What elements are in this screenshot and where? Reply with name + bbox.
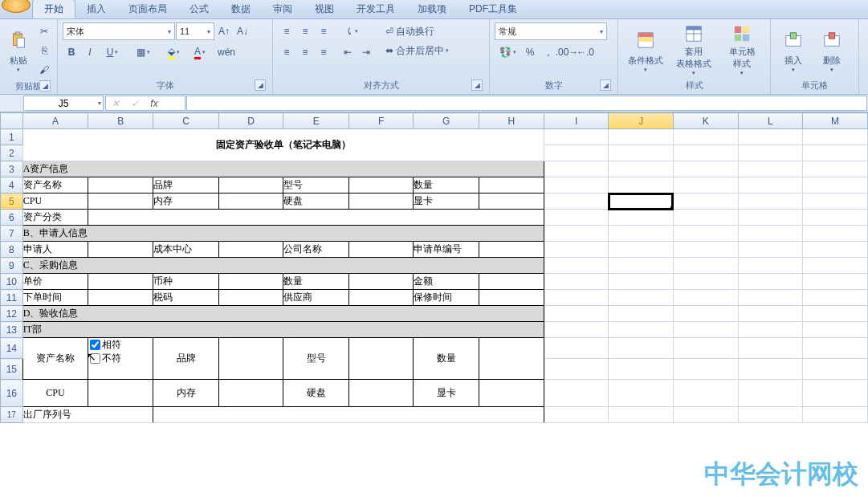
checkbox-match-input[interactable] [90, 340, 100, 350]
cancel-formula-button[interactable]: ✕ [106, 98, 125, 109]
col-header-H[interactable]: H [479, 113, 544, 129]
font-launcher[interactable]: ◢ [255, 79, 266, 91]
grid[interactable]: A B C D E F G H I J K L M 1 固定资产验收单（笔记本电… [0, 112, 868, 423]
cell-F14[interactable] [348, 338, 414, 380]
align-launcher[interactable]: ◢ [471, 79, 483, 91]
cell-A4[interactable]: 资产名称 [22, 177, 88, 194]
col-header-I[interactable]: I [544, 113, 609, 129]
row-header-12[interactable]: 12 [1, 306, 23, 322]
cell-G11[interactable]: 保修时间 [414, 290, 479, 306]
row-header-16[interactable]: 16 [1, 380, 23, 407]
clipboard-launcher[interactable]: ◢ [39, 80, 51, 92]
italic-button[interactable]: I [81, 43, 99, 61]
cell-E14[interactable]: 型号 [283, 338, 348, 380]
cell-F10[interactable] [348, 274, 414, 290]
cell-H4[interactable] [479, 177, 544, 194]
row-header-11[interactable]: 11 [1, 290, 23, 306]
border-button[interactable]: ▦▾ [130, 43, 156, 61]
phonetic-button[interactable]: wén [218, 43, 235, 61]
col-header-G[interactable]: G [414, 113, 479, 129]
paste-button[interactable]: 粘贴 ▾ [5, 22, 32, 77]
row-header-15[interactable]: 15 [1, 359, 23, 380]
cell-D5[interactable] [218, 194, 283, 210]
row-header-13[interactable]: 13 [1, 322, 23, 338]
cell-G16[interactable]: 显卡 [414, 380, 479, 407]
row-header-9[interactable]: 9 [1, 258, 23, 274]
align-top-button[interactable]: ≡ [278, 22, 295, 40]
name-box[interactable]: J5▾ [23, 96, 104, 111]
col-header-M[interactable]: M [803, 113, 868, 129]
row-header-2[interactable]: 2 [1, 145, 23, 161]
cell-D16[interactable] [218, 380, 283, 407]
cell-A10[interactable]: 单价 [22, 274, 88, 290]
font-name-combo[interactable]: 宋体▾ [63, 22, 175, 40]
col-header-L[interactable]: L [738, 113, 803, 129]
decrease-decimal-button[interactable]: ←.0 [577, 43, 594, 61]
cell-C11[interactable]: 税码 [153, 290, 218, 306]
cell-A14[interactable]: 资产名称 [22, 338, 88, 380]
cell-C5[interactable]: 内存 [153, 194, 218, 210]
row-header-1[interactable]: 1 [1, 129, 23, 145]
cell-I5[interactable] [544, 194, 609, 210]
insert-cells-button[interactable]: 插入▾ [776, 22, 811, 77]
tab-addins[interactable]: 加载项 [406, 0, 458, 18]
row-header-3[interactable]: 3 [1, 161, 23, 177]
tab-start[interactable]: 开始 [32, 0, 75, 18]
cell-C10[interactable]: 币种 [153, 274, 218, 290]
format-table-button[interactable]: 套用 表格格式▾ [671, 22, 716, 77]
cell-D14[interactable] [218, 338, 283, 380]
tab-insert[interactable]: 插入 [75, 0, 117, 18]
cell-H10[interactable] [479, 274, 544, 290]
cell-A16[interactable]: CPU [22, 380, 88, 407]
row-header-17[interactable]: 17 [1, 407, 23, 423]
tab-layout[interactable]: 页面布局 [117, 0, 178, 18]
cell-F11[interactable] [348, 290, 414, 306]
col-header-E[interactable]: E [283, 113, 348, 129]
row-header-6[interactable]: 6 [1, 210, 23, 226]
fx-button[interactable]: fx [145, 98, 164, 109]
grow-font-button[interactable]: A↑ [215, 22, 233, 40]
cell-A17[interactable]: 出厂序列号 [22, 407, 153, 423]
tab-pdf[interactable]: PDF工具集 [458, 0, 528, 18]
cell-A6[interactable]: 资产分类 [22, 210, 88, 226]
shrink-font-button[interactable]: A↓ [234, 22, 251, 40]
cell-A5[interactable]: CPU [22, 194, 88, 210]
cell-G8[interactable]: 申请单编号 [414, 242, 479, 258]
cell-C8[interactable]: 成本中心 [153, 242, 218, 258]
cell-C14[interactable]: 品牌 [153, 338, 218, 380]
cell-H11[interactable] [479, 290, 544, 306]
cell-D10[interactable] [218, 274, 283, 290]
cell-D11[interactable] [218, 290, 283, 306]
checkbox-match[interactable]: 相符 [88, 338, 153, 352]
tab-dev[interactable]: 开发工具 [345, 0, 406, 18]
cell-E10[interactable]: 数量 [283, 274, 348, 290]
cell-H5[interactable] [479, 194, 544, 210]
cell-B10[interactable] [88, 274, 153, 290]
cell-F16[interactable] [348, 380, 414, 407]
cell-E4[interactable]: 型号 [283, 177, 348, 194]
align-right-button[interactable]: ≡ [315, 43, 332, 61]
cell-E11[interactable]: 供应商 [283, 290, 348, 306]
col-header-C[interactable]: C [153, 113, 218, 129]
percent-button[interactable]: % [521, 43, 539, 61]
col-header-A[interactable]: A [22, 113, 88, 129]
cell-B14[interactable]: 相符 ↖ 不符 [88, 338, 153, 380]
cell-G10[interactable]: 金额 [414, 274, 479, 290]
cell-D8[interactable] [218, 242, 283, 258]
underline-button[interactable]: U▾ [100, 43, 125, 61]
enter-formula-button[interactable]: ✓ [125, 98, 145, 109]
align-center-button[interactable]: ≡ [296, 43, 314, 61]
col-header-F[interactable]: F [348, 113, 414, 129]
conditional-format-button[interactable]: 条件格式▾ [623, 22, 668, 77]
align-bottom-button[interactable]: ≡ [315, 22, 332, 40]
cell-C4[interactable]: 品牌 [153, 177, 218, 194]
cell-F8[interactable] [348, 242, 414, 258]
cell-G5[interactable]: 显卡 [414, 194, 479, 210]
cell-J5[interactable] [609, 194, 674, 210]
col-header-B[interactable]: B [88, 113, 153, 129]
accounting-button[interactable]: 💱▾ [495, 43, 520, 61]
cell-G14[interactable]: 数量 [414, 338, 479, 380]
cell-E8[interactable]: 公司名称 [283, 242, 348, 258]
copy-button[interactable]: ⎘ [35, 42, 53, 59]
tab-data[interactable]: 数据 [220, 0, 262, 18]
